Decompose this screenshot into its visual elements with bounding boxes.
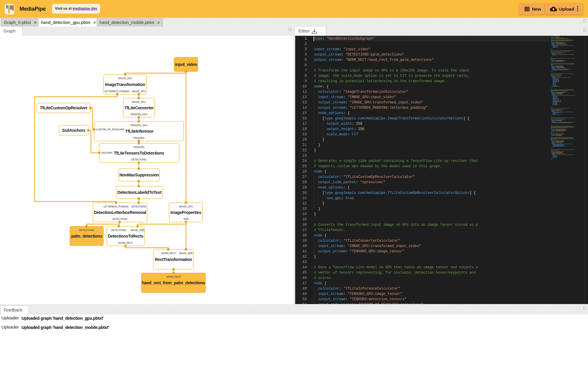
svg-text:DetectionLetterboxRemoval: DetectionLetterboxRemoval [94,210,146,215]
svg-text:input_video: input_video [175,62,197,67]
svg-text:DETECTIONS: DETECTIONS [112,218,128,220]
svg-text:DETECTIONS: DETECTIONS [131,205,146,208]
svg-text:CUSTOM_OP_RESOLVER: CUSTOM_OP_RESOLVER [96,128,124,131]
svg-text:IMAGE_GPU: IMAGE_GPU [118,77,132,80]
svg-text:IMAGE_SIZE: IMAGE_SIZE [179,252,193,255]
svg-text:ImageTransformation: ImageTransformation [105,82,145,87]
svg-text:NonMaxSuppression: NonMaxSuppression [120,173,159,177]
svg-text:NORM_RECT: NORM_RECT [166,276,181,278]
svg-text:palm_detections: palm_detections [71,234,102,238]
svg-text:TENSORS: TENSORS [133,146,145,149]
svg-text:SsdAnchors: SsdAnchors [62,128,86,133]
svg-text:IMAGE_GPU: IMAGE_GPU [132,101,146,103]
svg-text:TENSORS_GPU: TENSORS_GPU [130,124,147,127]
svg-text:LETTERBOX_PADDING: LETTERBOX_PADDING [104,90,130,93]
svg-text:DETECTIONS: DETECTIONS [111,229,126,232]
svg-text:TfLiteInference: TfLiteInference [125,129,153,134]
svg-text:SIZE: SIZE [183,218,189,220]
svg-text:RectTransformation: RectTransformation [155,257,192,262]
svg-text:DetectionsToRects: DetectionsToRects [108,234,143,238]
svg-text:NORM_RECT: NORM_RECT [118,242,133,244]
svg-text:LETTERBOX_PADDING: LETTERBOX_PADDING [103,205,129,208]
svg-text:hand_rect_from_palm_detections: hand_rect_from_palm_detections [142,280,205,285]
svg-text:ANCHORS: ANCHORS [101,152,113,154]
svg-text:DetectionLabelIdToText: DetectionLabelIdToText [117,190,162,195]
svg-text:DETECTIONS: DETECTIONS [131,158,146,161]
svg-text:TfLiteCustomOpResolver: TfLiteCustomOpResolver [40,105,88,110]
svg-text:TENSORS: TENSORS [133,137,145,139]
svg-text:TfLiteTensorsToDetections: TfLiteTensorsToDetections [114,151,164,155]
svg-text:TfLiteConverter: TfLiteConverter [125,105,154,110]
svg-text:IMAGE_GPU: IMAGE_GPU [179,205,193,208]
svg-text:IMAGE_GPU: IMAGE_GPU [132,90,146,93]
svg-text:ImageProperties: ImageProperties [170,210,201,215]
svg-text:TENSORS_GPU: TENSORS_GPU [130,113,147,116]
svg-text:IMAGE_SIZE: IMAGE_SIZE [131,229,145,232]
svg-text:NORM_RECT: NORM_RECT [161,252,176,255]
svg-text:DETECTIONS: DETECTIONS [79,229,94,232]
